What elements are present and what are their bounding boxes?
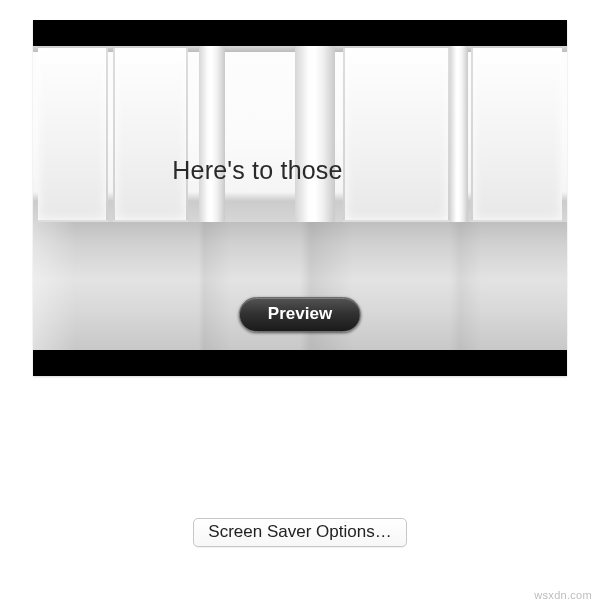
watermark-text: wsxdn.com [534, 589, 592, 601]
screen-saver-options-button[interactable]: Screen Saver Options… [193, 518, 406, 547]
letterbox-top [33, 20, 567, 46]
screensaver-preview-thumbnail[interactable]: Here's to those Preview [33, 20, 567, 376]
preview-button[interactable]: Preview [239, 297, 361, 332]
screensaver-caption: Here's to those [33, 156, 567, 185]
letterbox-bottom [33, 350, 567, 376]
screensaver-settings-panel: Here's to those Preview Screen Saver Opt… [0, 0, 600, 605]
